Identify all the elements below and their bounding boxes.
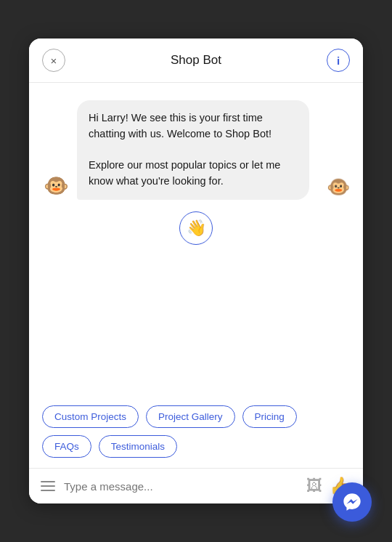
greeting-bubble: Hi Larry! We see this is your first time… <box>77 100 309 200</box>
quick-reply-testimonials[interactable]: Testimonials <box>99 435 177 458</box>
quick-reply-faqs[interactable]: FAQs <box>42 435 91 458</box>
wave-circle: 👋 <box>179 211 213 245</box>
bot-avatar-left: 🐵 <box>42 172 70 200</box>
body-text: Explore our most popular topics or let m… <box>89 159 280 187</box>
info-button[interactable]: i <box>327 49 350 72</box>
chat-title: Shop Bot <box>171 53 221 68</box>
chat-header: × Shop Bot i <box>29 39 363 83</box>
wave-icon-row: 👋 <box>42 211 350 245</box>
close-button[interactable]: × <box>42 49 65 72</box>
quick-replies: Custom Projects Project Gallery Pricing … <box>29 405 363 468</box>
quick-reply-pricing[interactable]: Pricing <box>242 405 297 428</box>
greeting-text: Hi Larry! We see this is your first time… <box>89 112 271 139</box>
image-icon[interactable]: 🖼 <box>306 477 322 496</box>
messages-area: 🐵 Hi Larry! We see this is your first ti… <box>29 83 363 405</box>
message-input[interactable] <box>64 480 298 493</box>
chat-window: × Shop Bot i 🐵 Hi Larry! We see this is … <box>29 39 363 503</box>
wave-emoji: 👋 <box>187 219 206 238</box>
quick-reply-project-gallery[interactable]: Project Gallery <box>146 405 235 428</box>
messenger-fab[interactable] <box>332 482 372 522</box>
chat-input-area: 🖼 👍 <box>29 468 363 503</box>
quick-reply-custom-projects[interactable]: Custom Projects <box>42 405 139 428</box>
menu-icon[interactable] <box>41 481 55 491</box>
bot-message-row: 🐵 Hi Larry! We see this is your first ti… <box>42 100 350 200</box>
bot-avatar-right: 🐵 <box>327 176 350 198</box>
